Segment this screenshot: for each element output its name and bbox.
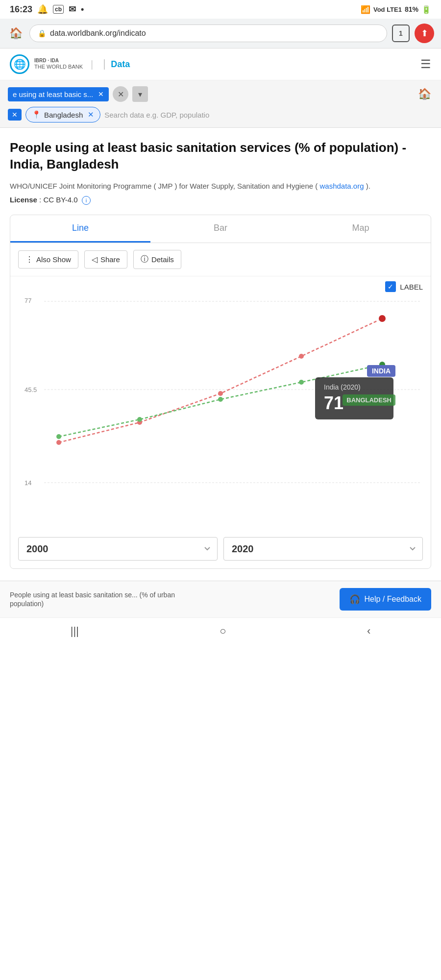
lock-icon: 🔒 [38,29,46,37]
bottom-bar: People using at least basic sanitation s… [0,581,441,617]
chart-controls: ⋮ Also Show ◁ Share ⓘ Details [10,243,431,276]
also-show-button[interactable]: ⋮ Also Show [18,250,78,269]
battery-icon: 🔋 [421,5,431,14]
license-value: CC BY-4.0 [43,196,77,204]
wb-logo-text: IBRD · IDA THE WORLD BANK [34,58,83,70]
india-line [59,318,382,442]
india-dot-2015 [299,354,304,359]
also-show-icon: ⋮ [25,255,33,264]
bd-dot-2010 [218,397,223,402]
info-icon[interactable]: i [82,196,91,205]
chart-card: Line Bar Map ⋮ Also Show ◁ Share ⓘ Detai… [10,215,431,569]
signal-label: Vod LTE1 [373,6,402,13]
search-area: e using at least basic s... ✕ ✕ ▾ 🏠 ✕ 📍 … [0,80,441,128]
url-bar[interactable]: 🔒 data.worldbank.org/indicato [29,24,387,42]
share-icon: ◁ [92,255,98,264]
battery-label: 81% [405,5,418,13]
chart-area: ✓ LABEL 77 45.5 14 [10,276,431,531]
search-row-country: ✕ 📍 Bangladesh ✕ Search data e.g. GDP, p… [8,107,433,122]
india-dot-2000 [56,440,61,445]
help-feedback-button[interactable]: 🎧 Help / Feedback [340,588,431,611]
wifi-icon: 📶 [361,5,370,14]
bd-dot-2000 [56,434,61,439]
year-end-select[interactable]: 2020 2019 2018 2015 [223,537,423,561]
license-label: License [10,196,37,204]
source-link[interactable]: washdata.org [319,182,364,190]
headphone-icon: 🎧 [349,594,360,605]
browser-bar: 🏠 🔒 data.worldbank.org/indicato 1 ⬆ [0,19,441,49]
nav-home-button[interactable]: ○ [220,625,226,637]
details-button[interactable]: ⓘ Details [133,250,181,269]
source-text: WHO/UNICEF Joint Monitoring Programme ( … [10,181,431,192]
related-text: People using at least basic sanitation s… [10,590,206,608]
bangladesh-label-pill: BANGLADESH [343,394,395,406]
year-selectors: 2000 2005 2010 2015 2020 2019 2018 2015 [10,531,431,568]
dot-icon: • [81,4,84,15]
cb-icon: cb [53,5,64,14]
worldbank-header: 🌐 IBRD · IDA THE WORLD BANK | Data ☰ [0,49,441,80]
tab-line[interactable]: Line [10,215,150,243]
search-placeholder[interactable]: Search data e.g. GDP, populatio [104,111,433,119]
main-content: People using at least basic sanitation s… [0,128,441,581]
indicator-tag[interactable]: e using at least basic s... ✕ [8,87,109,101]
nav-back-button[interactable]: ‹ [367,625,370,637]
license-text: License : CC BY-4.0 i [10,196,431,205]
y-label-bottom: 14 [24,479,31,487]
also-show-label: Also Show [36,255,71,264]
share-button[interactable]: ◁ Share [84,250,127,269]
india-dot-2020 [378,315,386,322]
menu-button[interactable]: ☰ [420,57,431,71]
bd-dot-2015 [299,380,304,385]
data-link[interactable]: Data [104,59,130,70]
bd-dot-2005 [137,417,142,422]
chart-tabs: Line Bar Map [10,215,431,243]
status-time: 16:23 [10,4,32,15]
pin-icon: 📍 [32,110,41,119]
wb-globe-icon: 🌐 [10,54,29,74]
country-tag[interactable]: 📍 Bangladesh ✕ [25,107,100,122]
mail-icon: ✉ [69,4,76,15]
indicator-tag-close[interactable]: ✕ [98,90,104,98]
details-label: Details [151,255,174,264]
country-tag-close[interactable]: ✕ [88,110,94,119]
status-bar: 16:23 🔔 cb ✉ • 📶 Vod LTE1 81% 🔋 [0,0,441,19]
india-dot-2010 [218,391,223,396]
search-clear-button[interactable]: ✕ [113,86,128,102]
search-dropdown-button[interactable]: ▾ [132,86,148,102]
country-tag-label: Bangladesh [44,111,83,119]
url-text: data.worldbank.org/indicato [50,29,379,38]
tab-bar[interactable]: Bar [150,215,291,243]
tab-map[interactable]: Map [291,215,431,243]
chart-svg-container: 77 45.5 14 [18,289,423,514]
y-label-mid: 45.5 [24,386,37,393]
nav-menu-button[interactable]: ||| [71,625,79,637]
india-label-pill: INDIA [367,365,395,377]
details-icon: ⓘ [141,254,148,265]
nav-bar: ||| ○ ‹ [0,617,441,644]
year-start-select[interactable]: 2000 2005 2010 2015 [18,537,218,561]
y-label-top: 77 [24,297,31,304]
country-remove-button[interactable]: ✕ [8,109,22,121]
tab-count-button[interactable]: 1 [392,24,410,42]
help-feedback-label: Help / Feedback [364,595,421,604]
browser-action-button[interactable]: ⬆ [415,24,434,43]
search-row-indicator: e using at least basic s... ✕ ✕ ▾ 🏠 [8,85,433,103]
indicator-tag-label: e using at least basic s... [13,90,93,98]
share-label: Share [100,255,120,264]
search-home-button[interactable]: 🏠 [416,85,433,103]
page-title: People using at least basic sanitation s… [10,140,431,173]
browser-home-button[interactable]: 🏠 [7,24,24,42]
logo-area: 🌐 IBRD · IDA THE WORLD BANK | Data [10,54,130,74]
notification-icon: 🔔 [37,4,48,15]
